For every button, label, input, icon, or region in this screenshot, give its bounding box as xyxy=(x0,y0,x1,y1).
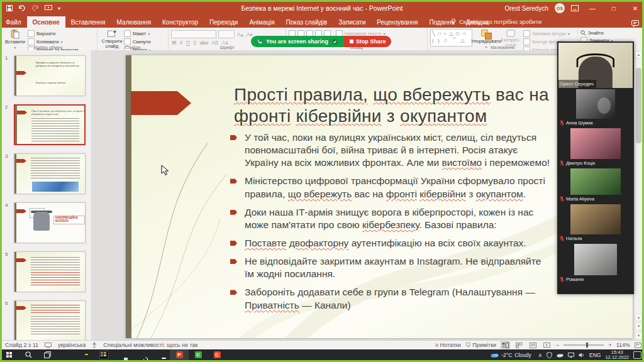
green-c-app-icon[interactable]: C xyxy=(189,349,208,360)
ribbon-tab[interactable]: Малювання xyxy=(111,16,157,28)
ribbon-tab[interactable]: Записати xyxy=(333,16,371,28)
language-tray[interactable]: ENG xyxy=(589,352,601,358)
copy-icon xyxy=(28,38,35,45)
paste-icon xyxy=(10,30,20,39)
viber-app-icon[interactable] xyxy=(132,349,151,360)
tray-expand-icon[interactable]: ∧ xyxy=(538,352,542,358)
shape-fill-button[interactable]: Заливка фігури▾ xyxy=(523,30,575,37)
participant-tile: Романія xyxy=(557,244,634,283)
comments-toggle[interactable]: 🗨 Примітки xyxy=(465,342,496,348)
account-name[interactable]: Orest Seredych xyxy=(505,5,548,12)
scroll-up-icon[interactable]: ▲ xyxy=(635,51,642,58)
scrollbar-thumb[interactable] xyxy=(636,68,641,143)
weather-widget[interactable]: -2°CCloudy xyxy=(491,352,531,358)
font-size-box[interactable] xyxy=(218,30,235,38)
zoom-in-button[interactable]: + xyxy=(608,342,611,348)
shield-icon[interactable] xyxy=(547,352,552,358)
normal-view-icon[interactable] xyxy=(501,341,510,349)
task-view-button[interactable] xyxy=(38,349,57,360)
ribbon-tab[interactable]: Анімація xyxy=(243,16,280,28)
ribbon-tab[interactable]: Показ слайдів xyxy=(280,16,333,28)
onedrive-icon[interactable] xyxy=(557,353,564,358)
slide-theme-bar xyxy=(126,55,131,338)
participant-name: Marta Aliyeva xyxy=(557,195,634,203)
blue-circle-app-icon[interactable] xyxy=(151,349,170,360)
redo-icon[interactable] xyxy=(31,5,39,11)
display-settings-icon[interactable] xyxy=(45,343,52,348)
edge-app-icon[interactable] xyxy=(57,349,75,360)
zoom-slider[interactable] xyxy=(564,344,604,346)
ribbon-tab[interactable]: Основне xyxy=(27,16,65,28)
bullet-item: Поставте двофакторну аутентифікацію на в… xyxy=(230,237,551,250)
explorer-app-icon[interactable] xyxy=(75,349,94,360)
reset-button[interactable]: Скинути xyxy=(124,38,150,45)
slide-thumbnail[interactable]: 6 xyxy=(14,300,86,340)
red-c-app-icon[interactable]: C xyxy=(208,349,226,360)
cut-button[interactable]: Вирізати xyxy=(28,30,78,37)
speaker-icon[interactable] xyxy=(579,353,585,358)
scroll-down-icon[interactable]: ▼ xyxy=(635,332,642,339)
shape-outline-icon xyxy=(523,38,530,45)
ribbon-tab[interactable]: Вставлення xyxy=(65,16,111,28)
ribbon-tab[interactable]: Файл xyxy=(0,16,27,28)
slide-scrollbar[interactable]: ▲ ▲ ▼ ▼ xyxy=(634,50,643,340)
display-tray-icon[interactable] xyxy=(568,353,574,358)
slide-thumbnail[interactable]: 3 xyxy=(14,153,86,194)
slide-thumbnail[interactable]: 2 Прості правила, що вбережуть вас на фр… xyxy=(14,104,86,145)
bullet-marker-icon xyxy=(230,135,237,140)
slide-title[interactable]: Прості правила, що вбережуть вас на фрон… xyxy=(234,84,577,126)
participant-tile: Наталя xyxy=(557,204,634,243)
notes-toggle[interactable]: ≡ Нотатки xyxy=(435,342,461,348)
account-avatar[interactable]: OS xyxy=(555,3,565,13)
accessibility-status[interactable]: Спеціальні можливості: щось не так xyxy=(103,342,197,348)
muted-mic-icon xyxy=(560,196,564,202)
undo-icon[interactable] xyxy=(18,5,26,11)
store-app-icon[interactable] xyxy=(94,349,113,360)
maximize-button[interactable]: □ xyxy=(606,1,621,15)
participant-tile: Орест Середич xyxy=(557,43,634,88)
notification-center-icon[interactable] xyxy=(633,351,641,359)
copy-button[interactable]: Копіювати▾ xyxy=(28,38,78,45)
floppy-app-icon[interactable] xyxy=(113,349,132,360)
previous-slide-icon[interactable]: ▲ xyxy=(635,314,642,321)
shapes-gallery[interactable]: ╲ □ ○ △ ◇ ☆( ) ☆ ⌒ △ xyxy=(430,29,472,47)
slide-thumbnail[interactable]: 4 ІНФОРМАЦІЙНА БЕЗПЕКА xyxy=(14,202,86,243)
accessibility-icon[interactable] xyxy=(92,342,97,348)
zoom-level[interactable]: 114% xyxy=(616,342,630,348)
save-icon[interactable] xyxy=(6,5,13,11)
zoom-out-button[interactable]: − xyxy=(556,342,559,348)
slide-body[interactable]: У той час, поки на вулицях українських м… xyxy=(230,131,551,317)
grow-font-icon[interactable]: A▴ xyxy=(236,31,244,38)
clock[interactable]: 15:4312.12.2022 xyxy=(605,350,629,360)
close-button[interactable]: ✕ xyxy=(628,1,643,15)
fit-slide-icon[interactable] xyxy=(635,343,641,348)
reading-view-icon[interactable] xyxy=(528,341,538,349)
slideshow-view-icon[interactable] xyxy=(542,341,552,349)
powerpoint-app-icon[interactable]: P xyxy=(170,349,189,360)
zoom-slider-thumb[interactable] xyxy=(586,343,588,348)
tell-me-search[interactable]: Скажіть, що потрібно зробити xyxy=(451,18,541,25)
ribbon-display-options-icon[interactable] xyxy=(571,3,579,14)
participant-name: Дмитро Коцік xyxy=(557,159,634,167)
next-slide-icon[interactable]: ▼ xyxy=(635,322,642,330)
language-indicator[interactable]: українська xyxy=(58,342,86,348)
check-icon xyxy=(332,39,338,45)
participant-video xyxy=(570,128,621,159)
stop-share-button[interactable]: Stop Share xyxy=(344,36,392,47)
search-button[interactable] xyxy=(19,349,38,360)
slide-sorter-view-icon[interactable] xyxy=(514,341,524,349)
customize-qat-icon[interactable]: ▾ xyxy=(58,6,60,11)
slide-thumbnail[interactable]: 5 xyxy=(14,251,86,292)
font-name-box[interactable] xyxy=(171,30,216,38)
start-button[interactable] xyxy=(0,349,19,360)
ribbon-tab[interactable]: Конструктор xyxy=(157,16,204,28)
find-button[interactable]: Знайти xyxy=(580,30,613,36)
minimize-button[interactable]: — xyxy=(585,1,600,15)
ribbon-tab[interactable]: Рецензування xyxy=(371,16,423,28)
participant-name: Наталя xyxy=(557,234,634,243)
ribbon-tab[interactable]: Переходи xyxy=(204,16,243,28)
start-slideshow-icon[interactable] xyxy=(45,5,52,11)
slide-thumbnail[interactable]: 1 Виклики сьогодення безпечної та доброч… xyxy=(14,55,86,96)
slide-accent-arrow xyxy=(131,91,191,115)
layout-button[interactable]: Макет▾ xyxy=(124,30,150,37)
